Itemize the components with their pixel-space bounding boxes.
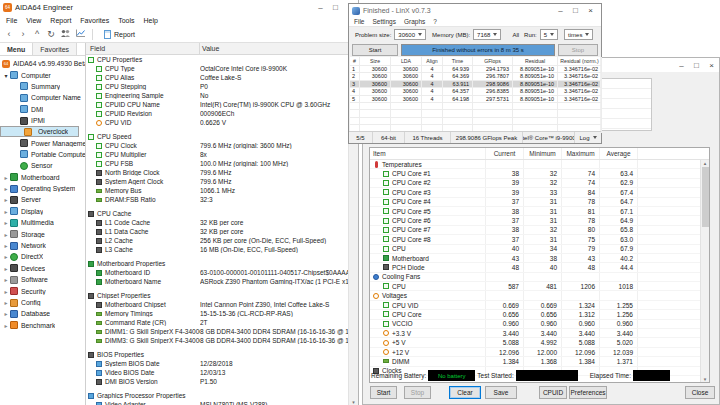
expand-icon[interactable]: ▸	[2, 208, 10, 215]
menu-item-tools[interactable]: Tools	[118, 17, 134, 24]
linx-menu-item-file[interactable]: File	[354, 18, 364, 25]
sensor-row-cpu-core-2[interactable]: CPU Core #239327462.9	[370, 179, 700, 188]
field-row-cpu-fsb[interactable]: CPU FSB100.0 MHz (original: 100 MHz)	[86, 159, 348, 168]
tree-item-storage[interactable]: ▸Storage	[0, 228, 85, 239]
sensor-row-12-v[interactable]: +12 V12.09612.00012.09612.039	[370, 348, 700, 357]
linx-menu-item-graphs[interactable]: Graphs	[404, 18, 425, 25]
expand-icon[interactable]: ▸	[2, 185, 10, 192]
menu-item-file[interactable]: File	[6, 17, 17, 24]
collapse-icon[interactable]: ▾	[2, 72, 10, 79]
all-label[interactable]: All	[512, 32, 519, 38]
close-icon[interactable]: ×	[583, 4, 598, 17]
chart-icon[interactable]	[75, 29, 86, 40]
expand-icon[interactable]: ▸	[2, 265, 10, 272]
tree-item-security[interactable]: ▸Security	[0, 285, 85, 296]
tree-item-motherboard[interactable]: ▸Motherboard	[0, 172, 85, 183]
field-row-dmi-bios-version[interactable]: DMI BIOS VersionP1.50	[86, 377, 348, 386]
tree-item-network[interactable]: ▸Network	[0, 240, 85, 251]
linx-column-lda[interactable]: LDA	[391, 57, 422, 66]
tree-item-aida64-v5-99-4930-beta[interactable]: AIDA64 v5.99.4930 Beta	[0, 58, 85, 69]
tree-item-summary[interactable]: Summary	[0, 81, 85, 92]
tree-item-computer[interactable]: ▾Computer	[0, 69, 85, 80]
sensor-row-cpu[interactable]: CPU58748112061018	[370, 282, 700, 291]
maximize-icon[interactable]: □	[328, 0, 343, 14]
sensor-row-cpu-core-7[interactable]: CPU Core #738328065.8	[370, 226, 700, 235]
sensor-row-3-3-v[interactable]: +3.3 V3.4403.4403.4403.440	[370, 329, 700, 338]
linx-column-gflops[interactable]: GFlops	[473, 57, 513, 66]
tree-item-directx[interactable]: ▸DirectX	[0, 251, 85, 262]
field-row-engineering-sample[interactable]: Engineering SampleNo	[86, 91, 348, 100]
scroll-up-icon[interactable]: ▴	[704, 160, 707, 166]
minimize-icon[interactable]: –	[313, 0, 328, 14]
users-icon[interactable]	[60, 29, 71, 40]
tree-item-computer-name[interactable]: Computer Name	[0, 92, 85, 103]
expand-icon[interactable]: ▸	[2, 231, 10, 238]
value-column-header[interactable]: Value	[200, 45, 219, 52]
field-row-cpu-clock[interactable]: CPU Clock799.6 MHz (original: 3600 MHz)	[86, 141, 348, 150]
linx-column-align[interactable]: Align	[422, 57, 443, 66]
field-row-l1-data-cache[interactable]: L1 Data Cache32 KB per core	[86, 227, 348, 236]
field-section-cpu-speed[interactable]: CPU Speed	[86, 132, 348, 141]
tree-item-ipmi[interactable]: IPMI	[0, 115, 85, 126]
field-row-cpu-type[interactable]: CPU TypeOctalCore Intel Core i9-9900K	[86, 64, 348, 73]
linx-table-row[interactable]: 53060030600464.198297.57318.809051e-103.…	[350, 96, 600, 103]
report-button[interactable]: Report	[99, 29, 140, 40]
sensor-row-cpu-vid[interactable]: CPU VID0.6690.6691.3241.255	[370, 301, 700, 310]
tree-item-dmi[interactable]: DMI	[0, 104, 85, 115]
tree-item-server[interactable]: ▸Server	[0, 194, 85, 205]
field-row-video-adapter[interactable]: Video AdapterMSI N780Ti (MS-V288)	[86, 400, 348, 405]
maximize-icon[interactable]: □	[689, 58, 704, 72]
refresh-icon[interactable]: ↻	[46, 30, 56, 39]
up-icon[interactable]: ^	[32, 30, 42, 39]
sensor-column-current[interactable]: Current	[486, 148, 524, 159]
expand-icon[interactable]: ▸	[2, 288, 10, 295]
stability-cpuid-button[interactable]: CPUID	[539, 386, 567, 399]
forward-icon[interactable]: ›	[18, 30, 28, 39]
field-row-system-agent-clock[interactable]: System Agent Clock799.6 MHz	[86, 177, 348, 186]
maximize-icon[interactable]: □	[568, 4, 583, 17]
scroll-down-icon[interactable]: ▾	[352, 399, 355, 405]
sensor-row-5-v[interactable]: +5 V5.0884.9925.0885.020	[370, 338, 700, 347]
tree-item-config[interactable]: ▸Config	[0, 297, 85, 308]
sensor-row-motherboard[interactable]: Motherboard43384340.2	[370, 254, 700, 263]
linx-table-row[interactable]: 13060030600464.939294.17938.809051e-103.…	[350, 66, 600, 73]
sensor-row-cpu-core-6[interactable]: CPU Core #637317864.9	[370, 216, 700, 225]
sensor-row-cpu-core-3[interactable]: CPU Core #339338467.4	[370, 188, 700, 197]
field-section-cpu-cache[interactable]: CPU Cache	[86, 209, 348, 218]
field-row-cpuid-cpu-name[interactable]: CPUID CPU NameIntel(R) Core(TM) i9-9900K…	[86, 100, 348, 109]
field-row-north-bridge-clock[interactable]: North Bridge Clock799.6 MHz	[86, 168, 348, 177]
sensor-row-pch-diode[interactable]: PCH Diode48404844.4	[370, 263, 700, 272]
sensor-row-cpu[interactable]: CPU40347967.9	[370, 245, 700, 254]
field-row-memory-bus[interactable]: Memory Bus1066.1 MHz	[86, 186, 348, 195]
minimize-icon[interactable]: –	[553, 4, 568, 17]
field-row-memory-timings[interactable]: Memory Timings15-15-15-36 (CL-RCD-RP-RAS…	[86, 309, 348, 318]
stability-save-button[interactable]: Save	[485, 386, 517, 399]
field-row-dimm3-g-skill-sniperx-f4-3400c16-8g[interactable]: DIMM3: G Skill SniperX F4-3400C16-8G...8…	[86, 336, 348, 345]
linx-start-button[interactable]: Start	[352, 44, 398, 56]
stability-clear-button[interactable]: Clear	[449, 386, 481, 399]
sensor-group-cooling-fans[interactable]: Cooling Fans	[370, 273, 700, 282]
field-row-cpu-stepping[interactable]: CPU SteppingP0	[86, 82, 348, 91]
run-unit-select[interactable]: times	[564, 29, 593, 40]
tree-item-power-management[interactable]: Power Management	[0, 137, 85, 148]
sensor-row-cpu-core-4[interactable]: CPU Core #437317864.7	[370, 198, 700, 207]
expand-icon[interactable]: ▸	[2, 299, 10, 306]
sensor-column-average[interactable]: Average	[600, 148, 638, 159]
field-section-graphics-processor-properties[interactable]: Graphics Processor Properties	[86, 391, 348, 400]
sensor-row-cpu-core-8[interactable]: CPU Core #837317563.0	[370, 235, 700, 244]
status-log[interactable]: Log	[575, 132, 601, 143]
stability-close-button[interactable]: Close	[685, 386, 715, 399]
run-count-select[interactable]: 5	[540, 29, 558, 40]
field-row-dram-fsb-ratio[interactable]: DRAM:FSB Ratio32:3	[86, 195, 348, 204]
menu-item-help[interactable]: Help	[143, 17, 157, 24]
tree-item-multimedia[interactable]: ▸Multimedia	[0, 217, 85, 228]
linx-table-row[interactable]: 43060030600464.357296.83858.809051e-103.…	[350, 88, 600, 95]
sensor-row-dimm[interactable]: DIMM1.3841.3681.3841.371	[370, 357, 700, 366]
field-row-system-bios-date[interactable]: System BIOS Date12/28/2018	[86, 359, 348, 368]
expand-icon[interactable]: ▸	[2, 310, 10, 317]
menu-item-report[interactable]: Report	[50, 17, 71, 24]
field-row-cpu-multiplier[interactable]: CPU Multiplier8x	[86, 150, 348, 159]
linx-column-residual-norm[interactable]: Residual (norm.)	[558, 57, 602, 66]
problem-size-select[interactable]: 30600	[394, 29, 426, 40]
field-section-motherboard-properties[interactable]: Motherboard Properties	[86, 259, 348, 268]
